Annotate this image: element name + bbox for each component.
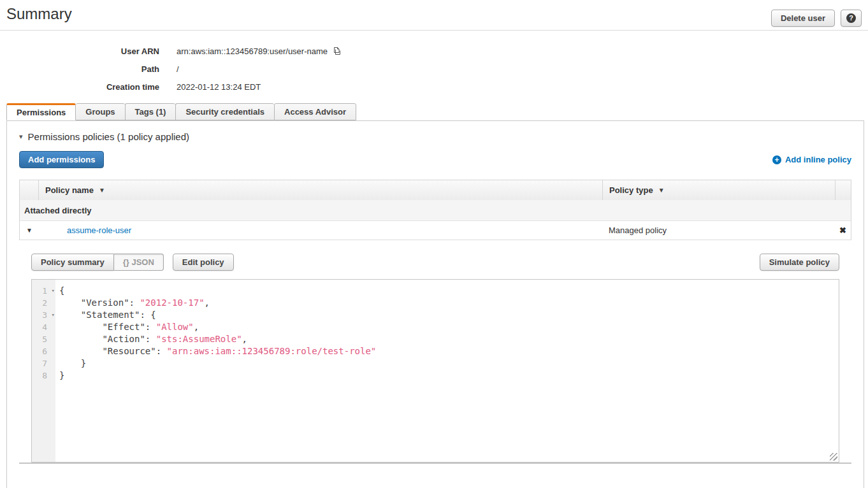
question-mark-icon: ? (846, 13, 856, 23)
json-string-token: "2012-10-17" (140, 298, 204, 308)
tab-permissions[interactable]: Permissions (6, 103, 76, 120)
fold-caret-icon[interactable]: ▾ (52, 309, 55, 321)
policy-name-link[interactable]: assume-role-user (67, 226, 131, 235)
editor-resize-handle[interactable] (830, 453, 837, 461)
add-inline-policy-link[interactable]: + Add inline policy (772, 155, 851, 164)
add-inline-policy-label: Add inline policy (785, 155, 851, 164)
editor-line-number: 1▾ (32, 285, 55, 297)
json-plain-token: , (205, 298, 210, 308)
fold-caret-icon[interactable]: ▾ (52, 285, 55, 297)
policies-table: Policy name ▼ Policy type ▼ Attached dir… (19, 180, 851, 240)
user-info-section: User ARNarn:aws:iam::123456789:user/user… (0, 42, 868, 96)
delete-user-button[interactable]: Delete user (771, 10, 835, 27)
policy-view-toggle: Policy summary {} JSON (31, 254, 164, 271)
info-value: / (177, 64, 179, 74)
policy-type-cell: Managed policy (602, 221, 835, 240)
info-row: Creation time2022-01-12 13:24 EDT (0, 78, 868, 96)
group-row-label: Attached directly (24, 206, 91, 215)
info-value-text: 2022-01-12 13:24 EDT (177, 82, 261, 92)
code-line: "Version": "2012-10-17", (59, 297, 839, 309)
editor-code-area[interactable]: { "Version": "2012-10-17", "Statement": … (55, 280, 839, 462)
info-label: Creation time (0, 82, 159, 92)
info-value: 2022-01-12 13:24 EDT (177, 82, 261, 92)
table-row: ▼ assume-role-user Managed policy ✖ (20, 221, 851, 240)
info-value-text: / (177, 64, 179, 74)
help-button[interactable]: ? (841, 10, 862, 27)
info-label: User ARN (0, 47, 159, 56)
expand-column-header (20, 180, 39, 200)
json-plain-token: "Version": (59, 298, 140, 308)
json-plain-token: , (194, 322, 199, 332)
plus-circle-icon: + (772, 155, 781, 164)
json-string-token: "arn:aws:iam::123456789:role/test-role" (167, 346, 377, 356)
json-plain-token: } (59, 370, 64, 380)
tab-access-advisor[interactable]: Access Advisor (274, 103, 356, 120)
collapse-row-toggle[interactable]: ▼ (20, 221, 39, 240)
policy-type-header-label: Policy type (609, 185, 653, 195)
chevron-down-icon: ▼ (26, 227, 33, 234)
remove-column-header (835, 180, 851, 200)
info-value-text: arn:aws:iam::123456789:user/user-name (177, 47, 328, 56)
json-plain-token: "Statement": { (59, 310, 156, 320)
editor-line-number-gutter: 1▾23▾45678 (32, 280, 55, 462)
editor-line-number: 6 (32, 345, 55, 357)
json-string-token: "sts:AssumeRole" (156, 334, 242, 344)
add-permissions-button[interactable]: Add permissions (19, 151, 104, 168)
json-view-button[interactable]: {} JSON (114, 254, 164, 271)
edit-policy-button[interactable]: Edit policy (173, 254, 234, 271)
json-code-editor[interactable]: 1▾23▾45678 { "Version": "2012-10-17", "S… (31, 279, 839, 463)
sort-caret-icon: ▼ (658, 187, 665, 194)
permissions-actions-row: Add permissions + Add inline policy (19, 151, 851, 168)
page-title: Summary (6, 5, 72, 23)
tab-security-credentials[interactable]: Security credentials (175, 103, 274, 120)
tab-groups[interactable]: Groups (76, 103, 124, 120)
attached-directly-group-row: Attached directly (20, 200, 851, 221)
editor-line-number: 8 (32, 370, 55, 382)
tab-bar: PermissionsGroupsTags (1)Security creden… (0, 103, 868, 120)
remove-policy-cell: ✖ (835, 221, 851, 240)
remove-policy-x-icon[interactable]: ✖ (839, 226, 846, 235)
sort-caret-icon: ▼ (99, 187, 105, 194)
editor-line-number: 3▾ (32, 309, 55, 321)
json-plain-token: , (242, 334, 247, 344)
info-value: arn:aws:iam::123456789:user/user-name (177, 46, 342, 56)
info-label: Path (0, 64, 159, 74)
policy-name-column-header[interactable]: Policy name ▼ (39, 180, 602, 200)
editor-line-number: 4 (32, 321, 55, 333)
json-string-token: "Allow" (156, 322, 194, 332)
policy-name-cell: assume-role-user (39, 221, 602, 240)
page-header: Summary Delete user ? (0, 0, 868, 31)
policy-name-header-label: Policy name (45, 185, 94, 195)
info-row: Path/ (0, 60, 868, 78)
permissions-policies-section-header[interactable]: ▾ Permissions policies (1 policy applied… (19, 131, 851, 142)
permissions-tab-panel: ▾ Permissions policies (1 policy applied… (6, 120, 864, 488)
chevron-down-icon: ▾ (19, 133, 23, 141)
info-row: User ARNarn:aws:iam::123456789:user/user… (0, 42, 868, 60)
json-plain-token: } (59, 358, 86, 368)
table-header-row: Policy name ▼ Policy type ▼ (20, 180, 851, 200)
tab-tags-1[interactable]: Tags (1) (125, 103, 176, 120)
code-line: "Effect": "Allow", (59, 321, 839, 333)
policy-detail-actions: Policy summary {} JSON Edit policy Simul… (31, 254, 839, 271)
code-line: "Statement": { (59, 309, 839, 321)
json-plain-token: "Resource": (59, 346, 167, 356)
policy-summary-button[interactable]: Policy summary (31, 254, 114, 271)
editor-line-number: 2 (32, 297, 55, 309)
policy-type-column-header[interactable]: Policy type ▼ (602, 180, 835, 200)
code-line: } (59, 357, 839, 370)
code-line: } (59, 370, 839, 382)
json-plain-token: "Action": (59, 334, 156, 344)
code-line: "Action": "sts:AssumeRole", (59, 333, 839, 345)
editor-line-number: 7 (32, 357, 55, 370)
header-actions: Delete user ? (771, 10, 862, 27)
code-line: "Resource": "arn:aws:iam::123456789:role… (59, 345, 839, 357)
section-title: Permissions policies (1 policy applied) (28, 131, 189, 142)
json-plain-token: "Effect": (59, 322, 156, 332)
editor-line-number: 5 (32, 333, 55, 345)
policy-detail-panel: Policy summary {} JSON Edit policy Simul… (19, 254, 851, 464)
json-plain-token: { (59, 285, 64, 296)
code-line: { (59, 285, 839, 297)
simulate-policy-button[interactable]: Simulate policy (760, 254, 839, 271)
copy-icon[interactable] (332, 46, 342, 56)
